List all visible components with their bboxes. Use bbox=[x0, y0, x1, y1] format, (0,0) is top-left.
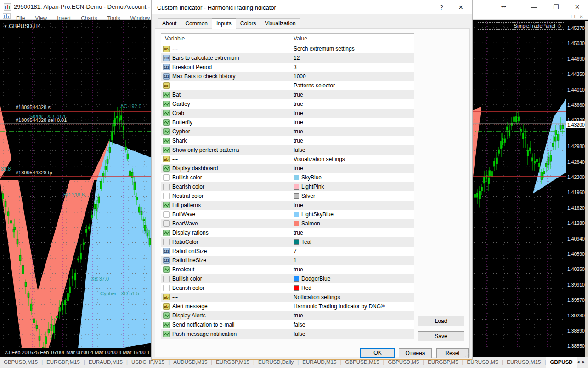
param-value[interactable]: Harmonic Trading Indicator by DNG® bbox=[294, 303, 385, 310]
price-axis-label: 1.44010 bbox=[567, 87, 585, 92]
table-row[interactable]: Breakouttrue bbox=[161, 265, 414, 274]
table-row[interactable]: ab---Visualization settings bbox=[161, 155, 414, 164]
param-value[interactable]: true bbox=[294, 128, 303, 135]
save-button[interactable]: Save bbox=[418, 331, 464, 341]
tab-scroll-right-icon[interactable]: ► bbox=[582, 359, 586, 364]
table-row[interactable]: Fill patternstrue bbox=[161, 201, 414, 210]
param-value[interactable]: true bbox=[294, 312, 303, 319]
param-value[interactable]: true bbox=[294, 92, 303, 98]
reset-button[interactable]: Reset bbox=[436, 348, 469, 358]
param-value[interactable]: LightSkyBlue bbox=[294, 211, 334, 218]
param-value[interactable]: Red bbox=[294, 285, 311, 291]
table-row[interactable]: 123RatioLineSize1 bbox=[161, 256, 414, 265]
table-row[interactable]: Sharktrue bbox=[161, 136, 414, 145]
param-value[interactable]: LightPink bbox=[294, 184, 324, 190]
chart-tab-gbpusd[interactable]: GBPUSD bbox=[546, 357, 577, 368]
param-value[interactable]: DodgerBlue bbox=[294, 276, 330, 282]
param-value[interactable]: 12 bbox=[294, 55, 300, 61]
chart-tab-eurgbp-m15[interactable]: EURGBP,M15 bbox=[43, 357, 84, 365]
table-row[interactable]: 123Breakout Period3 bbox=[161, 63, 414, 72]
table-row[interactable]: Bearish colorLightPink bbox=[161, 182, 414, 191]
tab-about[interactable]: About bbox=[158, 18, 181, 28]
table-row[interactable]: 123RatioFontSize7 bbox=[161, 247, 414, 256]
table-row[interactable]: Bullish colorSkyBlue bbox=[161, 173, 414, 182]
table-row[interactable]: ab---Notfication settings bbox=[161, 293, 414, 302]
chart-tab-euraud-m15[interactable]: EURAUD,M15 bbox=[85, 357, 126, 365]
tab-colors[interactable]: Colors bbox=[236, 18, 261, 28]
table-row[interactable]: Cyphertrue bbox=[161, 127, 414, 136]
minimize-button[interactable]: — bbox=[524, 0, 544, 14]
param-value[interactable]: 3 bbox=[294, 64, 297, 70]
table-row[interactable]: ab---Serch extremum settings bbox=[161, 44, 414, 53]
param-value[interactable]: Salmon bbox=[294, 220, 320, 227]
param-value[interactable]: true bbox=[294, 138, 303, 144]
param-value[interactable]: Patterns selector bbox=[294, 82, 335, 89]
table-row[interactable]: Butterflytrue bbox=[161, 118, 414, 127]
tab-inputs[interactable]: Inputs bbox=[212, 18, 236, 29]
param-value[interactable]: 1 bbox=[294, 257, 297, 264]
table-row[interactable]: Send notfication to e-mailfalse bbox=[161, 320, 414, 329]
param-value[interactable]: SkyBlue bbox=[294, 174, 322, 181]
tab-scroll-left-icon[interactable]: ◄ bbox=[576, 359, 580, 364]
resize-grip[interactable]: ⋰ bbox=[465, 352, 470, 358]
param-value[interactable]: 1000 bbox=[294, 73, 306, 80]
param-value[interactable]: true bbox=[294, 110, 303, 116]
table-row[interactable]: Bullish colorDodgerBlue bbox=[161, 274, 414, 283]
simple-trade-panel[interactable]: SimpleTradePanel ☺ bbox=[478, 22, 564, 30]
chart-tab-gbpusd-m15[interactable]: GBPUSD,M15 bbox=[0, 357, 41, 365]
chart-symbol-label[interactable]: ▼ GBPUSD,H4 bbox=[4, 23, 41, 29]
table-row[interactable]: Show only perferct patternsfalse bbox=[161, 145, 414, 155]
table-row[interactable]: BullWaveLightSkyBlue bbox=[161, 210, 414, 219]
param-value[interactable]: true bbox=[294, 202, 303, 208]
restore-button[interactable]: ❐ bbox=[546, 0, 566, 14]
param-value[interactable]: Teal bbox=[294, 239, 311, 245]
param-value[interactable]: 7 bbox=[294, 248, 297, 254]
string-param-icon: ab bbox=[163, 294, 170, 300]
dialog-title-bar[interactable]: Custom Indicator - HarmonicTradingIndica… bbox=[152, 0, 472, 14]
mdi-close-button[interactable]: ✕ bbox=[578, 14, 585, 19]
color-swatch bbox=[294, 184, 299, 190]
param-value[interactable]: false bbox=[294, 331, 305, 337]
param-value[interactable]: false bbox=[294, 322, 305, 328]
ok-button[interactable]: OK bbox=[360, 348, 395, 358]
table-row[interactable]: Bearish colorRed bbox=[161, 283, 414, 293]
param-value[interactable]: true bbox=[294, 230, 303, 236]
table-row[interactable]: abAlert messageHarmonic Trading Indicato… bbox=[161, 302, 414, 311]
table-row[interactable]: 123Max Bars to check history1000 bbox=[161, 72, 414, 81]
mdi-minimize-button[interactable]: – bbox=[561, 14, 568, 19]
param-value[interactable]: Notfication settings bbox=[294, 294, 340, 300]
table-row[interactable]: RatioColorTeal bbox=[161, 237, 414, 247]
param-name: RatioFontSize bbox=[172, 248, 207, 254]
price-axis[interactable]: 1.453701.450301.446901.443501.440101.436… bbox=[566, 21, 585, 348]
chart-tab-eurusd-m15[interactable]: EURUSD,M15 bbox=[503, 357, 544, 365]
param-value[interactable]: Visualization settings bbox=[294, 156, 345, 162]
param-value[interactable]: true bbox=[294, 101, 303, 107]
table-row[interactable]: ab---Patterns selector bbox=[161, 81, 414, 90]
param-value[interactable]: Silver bbox=[294, 193, 315, 199]
dialog-close-button[interactable]: ✕ bbox=[452, 0, 470, 14]
param-value-text: 1000 bbox=[294, 73, 306, 80]
param-value[interactable]: true bbox=[294, 119, 303, 126]
tab-visualization[interactable]: Visualization bbox=[260, 18, 300, 28]
param-value[interactable]: Serch extremum settings bbox=[294, 46, 355, 52]
table-row[interactable]: Display rationstrue bbox=[161, 228, 414, 237]
param-value-text: false bbox=[294, 331, 305, 337]
table-row[interactable]: Display dashboardtrue bbox=[161, 164, 414, 173]
table-row[interactable]: Push message notificationfalse bbox=[161, 329, 414, 339]
table-row[interactable]: Gartleytrue bbox=[161, 99, 414, 109]
table-row[interactable]: 123Bars to calculate extremum12 bbox=[161, 53, 414, 63]
load-button[interactable]: Load bbox=[418, 316, 464, 326]
param-value[interactable]: false bbox=[294, 147, 305, 153]
cancel-button[interactable]: Отмена bbox=[399, 348, 432, 358]
table-row[interactable]: Battrue bbox=[161, 90, 414, 99]
table-row[interactable]: Neutral colorSilver bbox=[161, 191, 414, 201]
tab-common[interactable]: Common bbox=[181, 18, 212, 28]
dialog-help-button[interactable]: ? bbox=[432, 0, 451, 14]
table-row[interactable]: Display Alertstrue bbox=[161, 311, 414, 320]
table-row[interactable]: Crabtrue bbox=[161, 109, 414, 118]
close-button[interactable]: ✕ bbox=[567, 0, 588, 14]
param-value[interactable]: true bbox=[294, 266, 303, 273]
mdi-restore-button[interactable]: ❐ bbox=[570, 14, 577, 19]
param-value[interactable]: true bbox=[294, 165, 303, 172]
table-row[interactable]: BearWaveSalmon bbox=[161, 219, 414, 228]
